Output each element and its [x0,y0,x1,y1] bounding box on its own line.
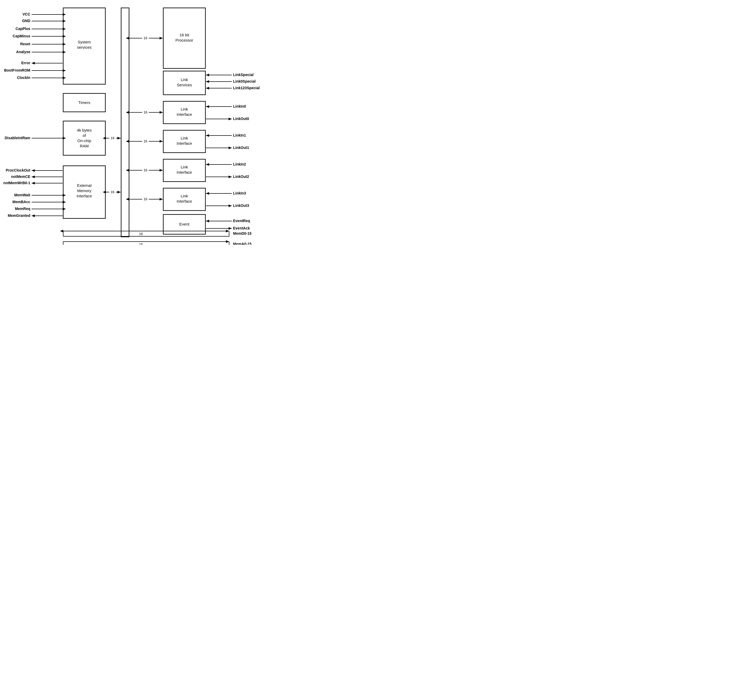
svg-marker-93 [31,182,35,184]
svg-marker-103 [103,191,106,194]
svg-rect-9 [163,214,205,234]
svg-text:16: 16 [144,36,147,40]
svg-marker-72 [206,163,209,166]
svg-text:of: of [83,133,86,138]
svg-marker-63 [206,134,209,137]
svg-text:Timers: Timers [78,100,90,105]
svg-marker-13 [63,13,66,16]
svg-text:16: 16 [139,242,143,245]
svg-marker-95 [63,194,66,197]
svg-text:16: 16 [111,136,114,140]
svg-text:Link0Special: Link0Special [233,79,256,83]
svg-text:notMemWrB0-1: notMemWrB0-1 [3,181,31,185]
svg-marker-32 [160,37,163,39]
svg-text:Interface: Interface [77,194,92,198]
svg-marker-40 [206,87,209,89]
svg-text:16: 16 [144,139,147,143]
svg-text:Interface: Interface [177,112,192,117]
svg-rect-8 [163,188,205,211]
svg-marker-36 [206,74,209,76]
svg-text:Event: Event [179,222,190,226]
svg-text:Services: Services [177,83,192,87]
svg-rect-7 [163,159,205,181]
svg-text:Interface: Interface [177,141,192,145]
svg-marker-54 [117,137,121,139]
svg-text:MemReq: MemReq [15,206,30,211]
svg-marker-97 [63,201,66,203]
svg-marker-29 [63,77,66,79]
svg-marker-109 [226,230,229,232]
svg-marker-83 [229,205,232,207]
svg-rect-105 [109,190,116,194]
block-diagram: 16 16 16 [0,0,263,245]
system-services-label: System [78,40,91,44]
svg-rect-120 [138,242,145,245]
svg-text:LinkOut2: LinkOut2 [233,175,249,179]
svg-marker-116 [226,240,229,243]
svg-text:CapMinus: CapMinus [13,34,30,38]
svg-marker-101 [31,214,35,217]
svg-text:Link: Link [181,194,188,198]
svg-rect-0 [63,8,105,84]
svg-marker-76 [126,198,129,200]
svg-rect-78 [142,197,149,202]
svg-text:LinkIn0: LinkIn0 [233,104,246,108]
svg-text:ClockIn: ClockIn [17,75,30,80]
svg-marker-25 [31,62,35,64]
svg-marker-53 [103,137,106,139]
svg-marker-42 [126,111,129,114]
svg-text:MemD0-15: MemD0-15 [233,231,252,236]
svg-marker-99 [63,208,66,210]
svg-text:Analyse: Analyse [16,50,30,54]
svg-text:LinkIn1: LinkIn1 [233,133,246,138]
svg-text:Error: Error [21,61,31,65]
svg-marker-19 [63,35,66,38]
svg-text:Link: Link [181,165,188,169]
svg-marker-89 [31,169,35,172]
svg-text:services: services [77,45,91,50]
svg-marker-91 [31,175,35,178]
diagram-svg: 16 16 16 [0,0,263,245]
svg-marker-17 [63,28,66,30]
svg-text:MemBAcc: MemBAcc [13,200,30,204]
svg-rect-6 [163,130,205,153]
svg-marker-43 [160,111,163,114]
svg-text:MemGranted: MemGranted [8,213,30,218]
svg-text:EventReq: EventReq [233,219,250,223]
svg-text:16 bit: 16 bit [180,33,190,37]
svg-text:MemWait: MemWait [14,193,30,197]
svg-text:Memory: Memory [77,188,92,193]
svg-rect-69 [142,168,149,173]
svg-text:GND: GND [22,19,30,23]
svg-text:16: 16 [111,190,114,194]
svg-text:BootFromROM: BootFromROM [4,68,30,72]
svg-rect-11 [121,8,129,237]
svg-marker-65 [229,147,232,149]
svg-text:Link: Link [181,77,188,82]
svg-marker-51 [63,137,66,139]
svg-marker-85 [206,220,209,222]
svg-marker-31 [126,37,129,39]
svg-rect-1 [163,8,205,69]
svg-marker-104 [117,191,121,194]
svg-marker-67 [126,169,129,172]
linkspecial-label: LinkSpecial [233,73,254,77]
svg-rect-55 [109,136,116,141]
svg-marker-58 [126,140,129,143]
svg-text:ProcClockOut: ProcClockOut [6,168,31,172]
svg-text:16: 16 [144,168,147,172]
svg-marker-77 [160,198,163,200]
svg-text:LinkOut1: LinkOut1 [233,145,249,150]
svg-text:Interface: Interface [177,199,192,203]
svg-rect-2 [163,71,205,95]
svg-text:Link: Link [181,107,188,111]
svg-text:DisableIntRam: DisableIntRam [5,136,30,140]
svg-marker-81 [206,192,209,195]
svg-marker-87 [229,227,232,230]
svg-marker-108 [60,230,63,232]
svg-text:MemA0-15: MemA0-15 [233,242,252,245]
svg-marker-68 [160,169,163,172]
svg-text:Link123Special: Link123Special [233,86,260,90]
svg-marker-74 [229,175,232,178]
svg-text:16: 16 [139,232,143,236]
